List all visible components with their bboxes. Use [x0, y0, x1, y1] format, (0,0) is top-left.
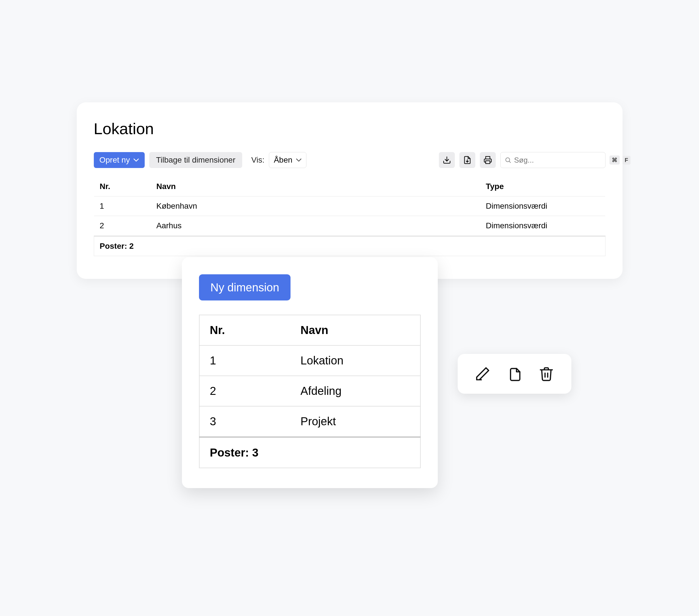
- popup-table-footer: Poster: 3: [199, 437, 420, 468]
- col-header-nr[interactable]: Nr.: [94, 177, 151, 196]
- download-icon: [443, 156, 451, 164]
- chevron-down-icon: [133, 158, 139, 162]
- back-button-label: Tilbage til dimensioner: [156, 156, 235, 164]
- filter-label: Vis:: [251, 156, 264, 165]
- cell-nr: 2: [94, 216, 151, 236]
- dimensions-popup: Ny dimension Nr. Navn 1 Lokation 2 Afdel…: [182, 257, 438, 488]
- table-row[interactable]: 2 Aarhus Dimensionsværdi: [94, 216, 605, 236]
- table-row[interactable]: 1 Lokation: [199, 345, 420, 376]
- action-toolbar: [458, 354, 571, 394]
- kbd-f: F: [622, 156, 631, 165]
- cell-name: Afdeling: [290, 376, 420, 406]
- create-button-label: Opret ny: [100, 156, 130, 165]
- new-dimension-label: Ny dimension: [210, 281, 279, 294]
- print-icon: [484, 156, 492, 164]
- import-icon: [463, 156, 472, 164]
- table-footer: Poster: 2: [94, 236, 606, 256]
- download-button[interactable]: [439, 152, 455, 168]
- cell-nr: 3: [199, 406, 290, 437]
- chevron-down-icon: [296, 158, 302, 162]
- svg-rect-2: [486, 161, 490, 164]
- dimensions-table: Nr. Navn 1 Lokation 2 Afdeling 3 Projekt…: [199, 315, 421, 468]
- kbd-cmd: ⌘: [609, 156, 620, 165]
- page-title: Lokation: [94, 119, 606, 138]
- cell-name: København: [151, 196, 480, 216]
- copy-icon: [506, 366, 523, 382]
- create-button[interactable]: Opret ny: [94, 152, 145, 168]
- cell-type: Dimensionsværdi: [480, 196, 605, 216]
- cell-nr: 1: [94, 196, 151, 216]
- delete-button[interactable]: [538, 366, 554, 382]
- toolbar: Opret ny Tilbage til dimensioner Vis: Åb…: [94, 152, 606, 168]
- cell-name: Lokation: [290, 345, 420, 376]
- locations-table: Nr. Navn Type 1 København Dimensionsværd…: [94, 176, 606, 236]
- popup-col-header-name[interactable]: Navn: [290, 315, 420, 345]
- cell-name: Projekt: [290, 406, 420, 437]
- copy-button[interactable]: [506, 366, 523, 382]
- table-row[interactable]: 1 København Dimensionsværdi: [94, 196, 605, 216]
- import-button[interactable]: [459, 152, 475, 168]
- cell-nr: 1: [199, 345, 290, 376]
- table-row[interactable]: 3 Projekt: [199, 406, 420, 437]
- back-button[interactable]: Tilbage til dimensioner: [149, 152, 242, 168]
- search-input[interactable]: [514, 156, 607, 165]
- search-wrap: ⌘ F: [500, 152, 606, 168]
- new-dimension-button[interactable]: Ny dimension: [199, 274, 291, 300]
- edit-icon: [475, 366, 491, 382]
- filter-value: Åben: [274, 156, 292, 165]
- edit-button[interactable]: [475, 366, 491, 382]
- col-header-type[interactable]: Type: [480, 177, 605, 196]
- col-header-name[interactable]: Navn: [151, 177, 480, 196]
- cell-nr: 2: [199, 376, 290, 406]
- cell-type: Dimensionsværdi: [480, 216, 605, 236]
- filter-select[interactable]: Åben: [269, 152, 306, 168]
- trash-icon: [538, 366, 554, 382]
- search-icon: [504, 157, 511, 163]
- main-card: Lokation Opret ny Tilbage til dimensione…: [77, 102, 622, 279]
- print-button[interactable]: [480, 152, 496, 168]
- popup-col-header-nr[interactable]: Nr.: [199, 315, 290, 345]
- table-row[interactable]: 2 Afdeling: [199, 376, 420, 406]
- svg-line-4: [509, 161, 511, 163]
- cell-name: Aarhus: [151, 216, 480, 236]
